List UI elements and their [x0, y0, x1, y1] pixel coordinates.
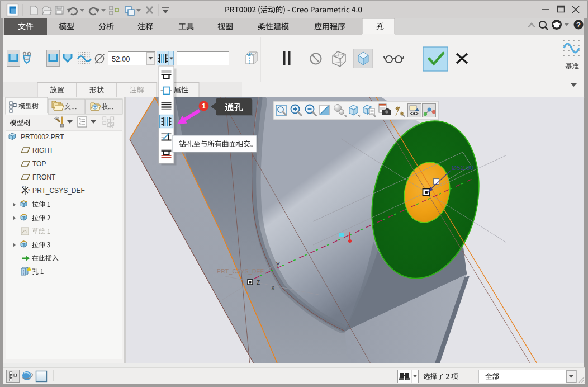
svg-text:PRT_CSYS_DEF: PRT_CSYS_DEF: [217, 268, 264, 275]
svg-text:X: X: [28, 188, 30, 192]
svg-text:X: X: [271, 285, 275, 291]
svg-text:Z: Z: [257, 280, 260, 286]
svg-text:?: ?: [576, 21, 581, 29]
svg-text:TOP: TOP: [32, 160, 46, 168]
svg-text:RIGHT: RIGHT: [32, 147, 54, 154]
svg-text:Y: Y: [276, 262, 280, 268]
svg-text:PRT_CSYS_DEF: PRT_CSYS_DEF: [32, 187, 85, 195]
svg-text:FRONT: FRONT: [32, 173, 56, 181]
svg-text:PRT0002.PRT: PRT0002.PRT: [21, 133, 64, 141]
svg-text:Y: Y: [22, 186, 25, 189]
svg-text:1: 1: [202, 102, 206, 110]
svg-text:52.00: 52.00: [112, 55, 130, 63]
svg-text:Ø52.00: Ø52.00: [452, 164, 474, 171]
